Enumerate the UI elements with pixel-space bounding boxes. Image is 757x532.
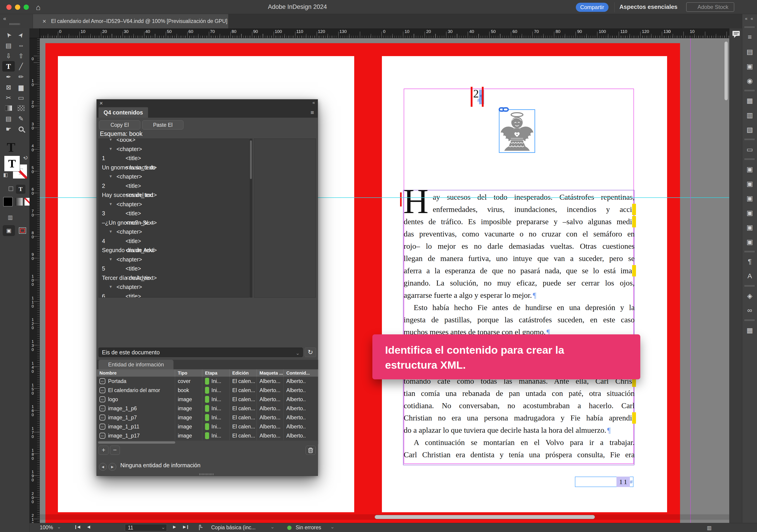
dock-grip[interactable] <box>745 139 755 140</box>
note-tool[interactable]: ▤ <box>2 113 15 124</box>
frame-tool[interactable]: ⊠ <box>2 82 15 92</box>
xml-tree-row[interactable]: ▼<chapter> <box>99 200 249 209</box>
dock-grip[interactable] <box>745 251 755 252</box>
selection-tool[interactable]: ➤ <box>2 30 15 40</box>
xml-tree[interactable]: ▼<book>▼<chapter><title>1<main_text>Un g… <box>99 139 249 297</box>
xml-tree-row[interactable]: <main_text>Hay sucesos del tod <box>99 190 249 200</box>
document-viewport[interactable]: ¶ 2 # <box>40 38 729 523</box>
dock-grip[interactable] <box>745 26 755 28</box>
links-panel-icon[interactable]: ∞ <box>742 303 757 318</box>
xml-tree-row[interactable]: <title>1 <box>99 154 249 163</box>
layers-panel-icon[interactable]: ◈ <box>742 289 757 303</box>
library-panel-3-icon[interactable]: ▣ <box>742 191 757 205</box>
expand-arrow-icon[interactable]: ▼ <box>109 200 113 209</box>
next-entity-button[interactable]: ▶ <box>108 463 116 471</box>
zoom-level[interactable]: 100% <box>40 524 53 531</box>
library-panel-6-icon[interactable]: ▣ <box>742 235 757 249</box>
xml-tree-row[interactable]: ▼<chapter> <box>99 255 249 264</box>
panel-menu-icon[interactable]: ≡ <box>311 109 314 116</box>
paragraph-panel-icon[interactable]: ¶ <box>742 254 757 269</box>
ruler-guide-violet[interactable] <box>690 38 691 523</box>
pencil-tool[interactable]: ✏ <box>15 72 27 82</box>
panel-tab[interactable]: Q4 contenidos <box>99 107 148 118</box>
formatting-container-button[interactable] <box>9 186 13 191</box>
character-panel-icon[interactable]: A <box>742 269 757 283</box>
library-panel-1-icon[interactable]: ▣ <box>742 162 757 176</box>
page-right[interactable]: ¶ 2 # <box>382 56 667 512</box>
adobe-stock-search-input[interactable]: Adobe Stock <box>686 2 734 12</box>
home-icon[interactable]: ⌂ <box>36 3 41 12</box>
dock-grip[interactable] <box>745 158 755 160</box>
entity-row[interactable]: ‹›PortadacoverIni...El calen...Alberto..… <box>97 377 318 386</box>
line-tool[interactable]: ╱ <box>15 61 27 72</box>
entity-row[interactable]: ‹›image_1_p17imageIni...El calen...Alber… <box>97 431 318 440</box>
object-styles-panel-icon[interactable]: ▭ <box>742 142 757 157</box>
first-page-button[interactable]: ❙◀ <box>74 524 80 529</box>
preset-chevron-icon[interactable]: › <box>272 524 274 531</box>
last-page-button[interactable]: ▶❙ <box>183 524 189 529</box>
eyedropper-tool[interactable]: ✎ <box>15 113 27 124</box>
entity-column-header[interactable]: Etapa <box>202 369 229 377</box>
entity-column-header[interactable]: Tipo <box>175 369 202 377</box>
xml-tree-row[interactable]: ▼<chapter> <box>99 172 249 181</box>
xml-tree-row[interactable]: <title>6 <box>99 292 249 298</box>
page-number-field[interactable]: 11 › <box>125 524 167 531</box>
entity-scope-dropdown[interactable]: Eis de este documento › <box>99 348 303 357</box>
entity-row[interactable]: ‹›logoimageIni...El calen...Alberto...Al… <box>97 395 318 404</box>
xml-tree-row[interactable]: ▼<chapter> <box>99 144 249 154</box>
entity-info-tab[interactable]: Entidad de información <box>99 360 173 369</box>
copy-element-button[interactable]: Copy El <box>99 120 140 130</box>
next-page-button[interactable]: ▶ <box>173 524 176 529</box>
color-panel-icon[interactable]: ◉ <box>742 73 757 88</box>
page-number-frame[interactable]: 11 # <box>575 477 633 487</box>
panel-close-icon[interactable]: × <box>100 100 103 107</box>
apply-gradient-button[interactable] <box>15 198 23 205</box>
dock-grip[interactable] <box>745 285 755 287</box>
expand-arrow-icon[interactable]: ▼ <box>109 172 113 181</box>
xml-tree-row[interactable]: <main_text>Segundo día de Advi <box>99 246 249 255</box>
vertical-ruler[interactable]: 0102030405060708090100110120130140150160… <box>30 38 40 523</box>
rectangle-tool[interactable]: ▆ <box>15 82 27 92</box>
direct-selection-tool[interactable]: ➤ <box>15 30 27 40</box>
fill-swatch[interactable]: T <box>4 156 20 172</box>
error-status[interactable]: Sin errores <box>296 524 321 531</box>
horizontal-ruler[interactable]: 0102030405060708090100110120130010203040… <box>40 28 729 38</box>
swatches-panel-icon[interactable]: ▦ <box>742 93 757 108</box>
dock-grip[interactable] <box>745 319 755 321</box>
xml-tree-row[interactable]: ▼<chapter> <box>99 227 249 236</box>
collapse-dock-icon[interactable]: « « <box>745 16 754 21</box>
apply-color-button[interactable] <box>3 197 13 206</box>
library-panel-2-icon[interactable]: ▣ <box>742 176 757 191</box>
entity-column-header[interactable]: Nombre <box>97 369 175 377</box>
preflight-preset[interactable]: Copia básica (inc... <box>211 524 256 531</box>
cc-libraries-panel-icon[interactable]: ▣ <box>742 59 757 73</box>
text-wrap-panel-icon[interactable]: ▥ <box>742 108 757 122</box>
color-theme-panel-icon[interactable]: ▦ <box>742 323 757 337</box>
panel-collapse-icon[interactable]: « <box>313 100 315 105</box>
entity-row[interactable]: ‹›image_1_p11imageIni...El calen...Alber… <box>97 422 318 431</box>
document-tab[interactable]: × El calendario del Amor–ID529–V64.indd … <box>33 14 228 28</box>
gradient-swatch-tool[interactable] <box>2 103 15 113</box>
screen-mode-icon[interactable]: ▥ <box>8 214 13 221</box>
prev-page-button[interactable]: ◀ <box>87 524 90 529</box>
xml-tree-row[interactable]: <main_text>Un gnomo la sacó de <box>99 163 249 172</box>
entity-table-scrollbar[interactable] <box>97 441 318 444</box>
xml-tree-row[interactable]: <title>2 <box>99 181 249 190</box>
comment-icon[interactable] <box>732 30 741 38</box>
horizontal-scrollbar-thumb[interactable] <box>375 515 595 519</box>
entity-table-scrollbar-thumb[interactable] <box>98 441 175 444</box>
content-placer-tool[interactable]: ⇧ <box>15 51 27 61</box>
free-transform-tool[interactable]: ▭ <box>15 92 27 103</box>
xml-tree-row[interactable]: ▼<chapter> <box>99 282 249 292</box>
type-tool[interactable]: T <box>2 61 15 72</box>
entity-row[interactable]: ‹›El calendario del amorbookIni...El cal… <box>97 386 318 395</box>
xml-tree-row[interactable]: <title>4 <box>99 236 249 246</box>
xml-tree-row[interactable]: ▼<book> <box>99 139 249 144</box>
view-preview-button[interactable] <box>16 225 29 236</box>
pen-tool[interactable]: ✒ <box>2 72 15 82</box>
xml-tree-row[interactable]: <main_text>–¿Un gnomo? –Sí. – <box>99 218 249 227</box>
xml-tree-row[interactable]: <title>3 <box>99 209 249 218</box>
vertical-scrollbar-thumb[interactable] <box>724 41 728 100</box>
dock-grip[interactable] <box>745 90 755 91</box>
library-panel-4-icon[interactable]: ▣ <box>742 205 757 220</box>
